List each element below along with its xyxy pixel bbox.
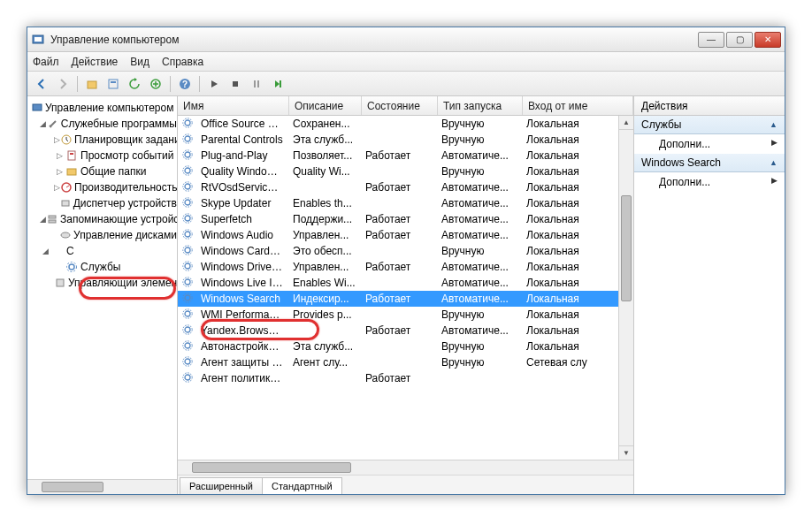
col-state[interactable]: Состояние xyxy=(362,96,438,115)
actions-more-1[interactable]: Дополни...▶ xyxy=(634,134,785,154)
tree-shared-folders[interactable]: ▷Общие папки xyxy=(27,164,177,179)
chevron-right-icon: ▶ xyxy=(771,176,778,188)
svg-point-41 xyxy=(185,247,190,253)
cell-logon: Локальная xyxy=(523,261,618,273)
cell-desc: Позволяет... xyxy=(289,149,362,162)
service-row[interactable]: Quality Windows ...Quality Wi...ВручнуюЛ… xyxy=(178,164,618,179)
minimize-button[interactable]: — xyxy=(698,32,724,48)
service-row[interactable]: Parental ControlsЭта служб...ВручнуюЛока… xyxy=(178,132,618,148)
tree-event-viewer[interactable]: ▷Просмотр событий xyxy=(27,148,177,164)
menu-file[interactable]: Файл xyxy=(33,56,59,68)
grid-body: Office Source Engi...Сохранен...ВручнуюЛ… xyxy=(178,116,633,460)
service-row[interactable]: Office Source Engi...Сохранен...ВручнуюЛ… xyxy=(178,116,618,132)
refresh-button[interactable] xyxy=(126,75,143,93)
maximize-button[interactable]: ▢ xyxy=(726,32,753,48)
export-button[interactable] xyxy=(147,75,165,93)
tree-storage[interactable]: ◢Запоминающие устройст xyxy=(27,211,177,227)
svg-rect-19 xyxy=(49,216,56,218)
back-button[interactable] xyxy=(33,75,50,93)
service-icon xyxy=(181,228,195,242)
menu-help[interactable]: Справка xyxy=(162,56,203,68)
help-button[interactable]: ? xyxy=(176,75,194,93)
tree-wmi[interactable]: Управляющий элемен xyxy=(27,275,177,291)
service-icon xyxy=(181,133,195,147)
service-row[interactable]: Агент политики I...Работает xyxy=(178,370,618,386)
pause-button[interactable] xyxy=(248,75,265,93)
svg-rect-15 xyxy=(70,153,73,155)
window-title: Управление компьютером xyxy=(50,34,698,46)
menu-view[interactable]: Вид xyxy=(130,56,149,68)
properties-button[interactable] xyxy=(104,75,122,93)
tree-device-manager[interactable]: Диспетчер устройств xyxy=(27,195,177,211)
clock-icon xyxy=(60,133,73,147)
collapse-icon[interactable]: ◢ xyxy=(40,215,46,224)
service-row[interactable]: Агент защиты сет...Агент слу...ВручнуюСе… xyxy=(178,354,618,370)
menu-action[interactable]: Действие xyxy=(72,56,119,68)
stop-button[interactable] xyxy=(226,75,244,93)
grid-vscrollbar[interactable]: ▲ ▼ xyxy=(618,116,633,460)
toolbar: ? xyxy=(27,72,785,96)
forward-button[interactable] xyxy=(54,75,72,93)
chevron-right-icon: ▶ xyxy=(771,138,778,150)
scrollbar-thumb[interactable] xyxy=(192,462,351,473)
collapse-icon[interactable]: ◢ xyxy=(40,119,47,128)
service-row[interactable]: Windows AudioУправлен...РаботаетАвтомати… xyxy=(178,227,618,243)
service-row[interactable]: Plug-and-PlayПозволяет...РаботаетАвтомат… xyxy=(178,148,618,164)
scrollbar-thumb[interactable] xyxy=(42,482,103,492)
svg-rect-12 xyxy=(33,104,42,110)
col-desc[interactable]: Описание xyxy=(289,96,362,115)
up-button[interactable] xyxy=(83,75,101,93)
service-icon xyxy=(181,260,195,274)
cell-desc: Сохранен... xyxy=(289,118,362,130)
service-row[interactable]: RtVOsdService Ins...РаботаетАвтоматиче..… xyxy=(178,179,618,195)
tree-performance[interactable]: ▷Производительность xyxy=(27,179,177,195)
service-row[interactable]: Windows Live ID S...Enables Wi...Автомат… xyxy=(178,275,618,291)
service-icon xyxy=(181,323,195,338)
tree-services-apps[interactable]: ◢С xyxy=(27,243,177,259)
titlebar: Управление компьютером — ▢ ✕ xyxy=(27,27,785,52)
service-row[interactable]: Skype UpdaterEnables th...Автоматиче...Л… xyxy=(178,195,618,211)
tree-disk-management[interactable]: Управление дисками xyxy=(27,227,177,243)
cell-desc: Поддержи... xyxy=(289,213,362,225)
scrollbar-thumb[interactable] xyxy=(621,195,632,301)
tree-hscrollbar[interactable] xyxy=(27,479,177,494)
col-name[interactable]: Имя xyxy=(178,96,289,115)
service-row[interactable]: Автонастройка W...Эта служб...ВручнуюЛок… xyxy=(178,339,618,354)
close-button[interactable]: ✕ xyxy=(755,32,781,48)
tab-extended[interactable]: Расширенный xyxy=(180,477,263,494)
service-icon xyxy=(181,164,195,179)
tree-services[interactable]: Службы xyxy=(27,259,177,275)
service-icon xyxy=(181,371,195,385)
service-row[interactable]: Windows CardSpa...Это обесп...ВручнуюЛок… xyxy=(178,243,618,259)
restart-button[interactable] xyxy=(269,75,287,93)
service-row[interactable]: Windows SearchИндексир...РаботаетАвтомат… xyxy=(178,291,618,307)
col-start[interactable]: Тип запуска xyxy=(438,96,523,115)
service-row[interactable]: Yandex.Browser U...РаботаетАвтоматиче...… xyxy=(178,323,618,339)
cell-logon: Локальная xyxy=(523,229,618,241)
window-buttons: — ▢ ✕ xyxy=(698,32,781,48)
service-row[interactable]: SuperfetchПоддержи...РаботаетАвтоматиче.… xyxy=(178,211,618,227)
tree-label: Управление дисками xyxy=(73,229,177,241)
service-row[interactable]: WMI Performance...Provides p...ВручнуюЛо… xyxy=(178,307,618,323)
expand-icon[interactable]: ▷ xyxy=(54,151,65,160)
expand-icon[interactable]: ▷ xyxy=(54,167,65,176)
expand-icon[interactable]: ▷ xyxy=(54,183,60,192)
actions-section-selected[interactable]: Windows Search▲ xyxy=(634,154,785,172)
tab-standard[interactable]: Стандартный xyxy=(262,477,342,494)
cell-logon: Локальная xyxy=(523,197,618,209)
tree-root[interactable]: Управление компьютером (л xyxy=(27,100,177,116)
svg-point-49 xyxy=(185,311,190,316)
collapse-icon[interactable]: ◢ xyxy=(40,247,50,255)
expand-icon[interactable]: ▷ xyxy=(54,135,60,144)
scroll-down-button[interactable]: ▼ xyxy=(619,445,633,460)
svg-rect-20 xyxy=(49,220,56,223)
service-row[interactable]: Windows Driver F...Управлен...РаботаетАв… xyxy=(178,259,618,275)
grid-hscrollbar[interactable] xyxy=(178,460,633,475)
play-button[interactable] xyxy=(205,75,223,93)
col-logon[interactable]: Вход от име xyxy=(523,96,633,115)
tree-task-scheduler[interactable]: ▷Планировщик заданий xyxy=(27,132,177,148)
actions-section-services[interactable]: Службы▲ xyxy=(634,116,785,134)
tree-system-tools[interactable]: ◢Служебные программы xyxy=(27,116,177,132)
actions-more-2[interactable]: Дополни...▶ xyxy=(634,172,785,192)
scroll-up-button[interactable]: ▲ xyxy=(619,116,633,130)
